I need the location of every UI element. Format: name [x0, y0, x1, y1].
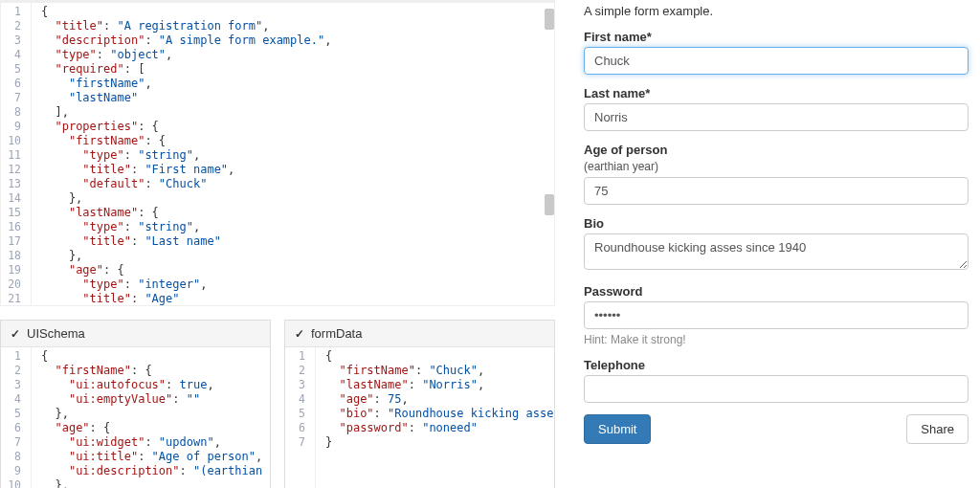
field-telephone: Telephone [584, 358, 969, 403]
age-description: (earthian year) [584, 160, 969, 173]
telephone-label: Telephone [584, 358, 969, 372]
uischema-header: UISchema [1, 321, 270, 347]
scrollbar-thumb[interactable] [545, 9, 554, 30]
line-gutter: 123456789101112131415161718192021 [1, 3, 32, 305]
rendered-form: A simple form example. First name* Last … [565, 0, 980, 488]
field-age: Age of person (earthian year) [584, 143, 969, 205]
uischema-panel: UISchema 12345678910 { "firstName": { "u… [0, 320, 271, 488]
field-bio: Bio [584, 216, 969, 273]
line-gutter: 1234567 [285, 347, 316, 488]
field-password: Password Hint: Make it strong! [584, 284, 969, 346]
check-icon [11, 326, 23, 341]
uischema-title: UISchema [27, 326, 85, 341]
password-hint: Hint: Make it strong! [584, 333, 969, 346]
password-input[interactable] [584, 301, 969, 329]
first-name-label: First name* [584, 30, 969, 44]
code-lines[interactable]: { "firstName": "Chuck", "lastName": "Nor… [316, 347, 554, 488]
formdata-editor[interactable]: 1234567 { "firstName": "Chuck", "lastNam… [285, 347, 554, 488]
formdata-header: formData [285, 321, 554, 347]
check-icon [295, 326, 307, 341]
form-action-row: Submit Share [584, 414, 969, 444]
last-name-input[interactable] [584, 103, 969, 131]
bio-label: Bio [584, 216, 969, 231]
age-input[interactable] [584, 177, 969, 205]
scrollbar-thumb[interactable] [545, 194, 554, 215]
age-label: Age of person [584, 143, 969, 157]
first-name-input[interactable] [584, 47, 969, 75]
jsonschema-editor[interactable]: 123456789101112131415161718192021 { "tit… [1, 3, 554, 305]
submit-button[interactable]: Submit [584, 414, 651, 444]
password-label: Password [584, 284, 969, 299]
field-last-name: Last name* [584, 86, 969, 131]
line-gutter: 12345678910 [1, 347, 32, 488]
code-lines[interactable]: { "title": "A registration form", "descr… [32, 3, 554, 305]
code-lines[interactable]: { "firstName": { "ui:autofocus": true, "… [32, 347, 270, 488]
formdata-panel: formData 1234567 { "firstName": "Chuck",… [284, 320, 555, 488]
bio-textarea[interactable] [584, 233, 969, 270]
jsonschema-editor-panel: 123456789101112131415161718192021 { "tit… [0, 0, 555, 306]
field-first-name: First name* [584, 30, 969, 75]
formdata-title: formData [311, 326, 362, 341]
telephone-input[interactable] [584, 375, 969, 403]
form-description: A simple form example. [584, 4, 969, 18]
share-button[interactable]: Share [906, 414, 969, 444]
editors-column: 123456789101112131415161718192021 { "tit… [0, 0, 565, 488]
last-name-label: Last name* [584, 86, 969, 100]
bottom-editors-row: UISchema 12345678910 { "firstName": { "u… [0, 320, 555, 488]
uischema-editor[interactable]: 12345678910 { "firstName": { "ui:autofoc… [1, 347, 270, 488]
